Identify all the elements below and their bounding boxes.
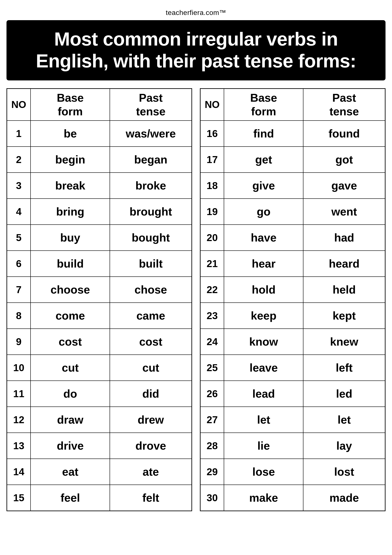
row-base: draw: [30, 407, 110, 433]
row-past: found: [303, 121, 385, 146]
row-no: 14: [7, 459, 31, 485]
table-row: 2 begin began: [7, 146, 192, 173]
table-row: 11 do did: [7, 381, 192, 407]
row-no: 26: [200, 381, 224, 407]
left-table: NO Baseform Pasttense 1 be was/were 2 be…: [7, 88, 192, 511]
table-row: 27 let let: [200, 407, 385, 433]
row-no: 7: [7, 277, 31, 303]
right-header-no: NO: [200, 89, 224, 121]
row-base: feel: [30, 485, 110, 511]
row-past: ate: [110, 459, 192, 485]
row-base: come: [30, 303, 110, 329]
row-base: buy: [30, 225, 110, 251]
table-row: 15 feel felt: [7, 485, 192, 511]
row-no: 18: [200, 173, 224, 199]
table-row: 29 lose lost: [200, 459, 385, 485]
row-base: eat: [30, 459, 110, 485]
row-no: 3: [7, 173, 31, 199]
row-past: was/were: [110, 121, 192, 146]
row-no: 17: [200, 146, 224, 173]
row-base: lose: [224, 459, 303, 485]
table-row: 17 get got: [200, 146, 385, 173]
row-past: came: [110, 303, 192, 329]
row-base: break: [30, 173, 110, 199]
row-base: hear: [224, 251, 303, 277]
row-past: lay: [303, 433, 385, 459]
tables-container: NO Baseform Pasttense 1 be was/were 2 be…: [7, 88, 385, 511]
table-row: 22 hold held: [200, 277, 385, 303]
row-no: 13: [7, 433, 31, 459]
right-header-past: Pasttense: [303, 89, 385, 121]
left-header-no: NO: [7, 89, 31, 121]
row-base: let: [224, 407, 303, 433]
row-no: 29: [200, 459, 224, 485]
row-base: begin: [30, 146, 110, 173]
row-no: 2: [7, 146, 31, 173]
table-row: 30 make made: [200, 485, 385, 511]
row-base: lie: [224, 433, 303, 459]
row-past: chose: [110, 277, 192, 303]
row-past: held: [303, 277, 385, 303]
row-base: lead: [224, 381, 303, 407]
row-base: build: [30, 251, 110, 277]
row-past: bought: [110, 225, 192, 251]
row-past: knew: [303, 329, 385, 355]
row-no: 19: [200, 199, 224, 225]
table-row: 3 break broke: [7, 173, 192, 199]
header-box: Most common irregular verbs in English, …: [7, 20, 385, 80]
table-row: 6 build built: [7, 251, 192, 277]
row-no: 25: [200, 355, 224, 381]
row-past: felt: [110, 485, 192, 511]
row-no: 21: [200, 251, 224, 277]
table-row: 14 eat ate: [7, 459, 192, 485]
table-row: 8 come came: [7, 303, 192, 329]
row-past: made: [303, 485, 385, 511]
table-row: 18 give gave: [200, 173, 385, 199]
table-row: 19 go went: [200, 199, 385, 225]
row-past: let: [303, 407, 385, 433]
row-past: drove: [110, 433, 192, 459]
table-row: 16 find found: [200, 121, 385, 146]
row-past: began: [110, 146, 192, 173]
row-base: have: [224, 225, 303, 251]
row-no: 5: [7, 225, 31, 251]
row-base: leave: [224, 355, 303, 381]
row-past: gave: [303, 173, 385, 199]
row-past: kept: [303, 303, 385, 329]
row-no: 8: [7, 303, 31, 329]
row-base: keep: [224, 303, 303, 329]
row-no: 11: [7, 381, 31, 407]
row-past: had: [303, 225, 385, 251]
row-past: led: [303, 381, 385, 407]
table-row: 20 have had: [200, 225, 385, 251]
row-no: 27: [200, 407, 224, 433]
row-no: 4: [7, 199, 31, 225]
table-row: 25 leave left: [200, 355, 385, 381]
row-no: 28: [200, 433, 224, 459]
table-row: 13 drive drove: [7, 433, 192, 459]
row-past: brought: [110, 199, 192, 225]
row-past: lost: [303, 459, 385, 485]
row-past: drew: [110, 407, 192, 433]
row-base: make: [224, 485, 303, 511]
table-row: 24 know knew: [200, 329, 385, 355]
row-no: 16: [200, 121, 224, 146]
header-title: Most common irregular verbs in English, …: [15, 28, 377, 72]
table-row: 7 choose chose: [7, 277, 192, 303]
row-base: go: [224, 199, 303, 225]
table-row: 4 bring brought: [7, 199, 192, 225]
table-row: 23 keep kept: [200, 303, 385, 329]
row-base: find: [224, 121, 303, 146]
row-past: heard: [303, 251, 385, 277]
table-row: 1 be was/were: [7, 121, 192, 146]
row-base: get: [224, 146, 303, 173]
row-no: 22: [200, 277, 224, 303]
table-row: 21 hear heard: [200, 251, 385, 277]
page: teacherfiera.com™ Most common irregular …: [0, 0, 392, 555]
right-header-base: Baseform: [224, 89, 303, 121]
row-no: 20: [200, 225, 224, 251]
row-past: went: [303, 199, 385, 225]
row-past: did: [110, 381, 192, 407]
left-header-base: Baseform: [30, 89, 110, 121]
row-no: 23: [200, 303, 224, 329]
